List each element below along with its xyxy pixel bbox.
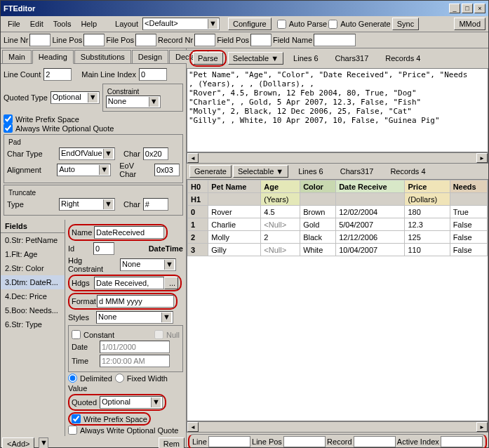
- configure-button[interactable]: Configure: [228, 18, 272, 30]
- grid-hscroll[interactable]: ◄►: [187, 421, 488, 433]
- field-item-2[interactable]: 2.Str: Color: [1, 261, 65, 275]
- fieldname-field: [314, 34, 356, 46]
- info-row: Line Nr Line Pos File Pos Record Nr Fiel…: [1, 32, 488, 48]
- layout-combo[interactable]: <Default>▼: [142, 18, 220, 30]
- table-row: 2Molly2Black12/12/2006125False: [188, 231, 488, 244]
- heading-panel: Line Count Main Line Index Quoted Type O…: [1, 64, 186, 220]
- raw-text-area[interactable]: "Pet Name", "Age", "Color", "Date Receiv…: [187, 68, 488, 152]
- hdgconstraint-combo[interactable]: None▼: [120, 258, 176, 271]
- tab-heading[interactable]: Heading: [32, 50, 74, 64]
- always-write-optional-quote-check[interactable]: Always Write Optional Quote: [4, 124, 183, 133]
- styles-combo[interactable]: None▼: [96, 311, 173, 324]
- window-title: FTEditor: [4, 4, 35, 13]
- constant-check[interactable]: Constant: [72, 330, 114, 339]
- menubar: File Edit Tools Help Layout <Default>▼ C…: [1, 16, 488, 32]
- gen-selectable-button[interactable]: Selectable ▼: [233, 165, 288, 178]
- fields-header: Fields: [1, 220, 65, 233]
- format-input[interactable]: [97, 295, 174, 308]
- date-input: [100, 341, 170, 353]
- trunc-char-input[interactable]: [143, 198, 168, 211]
- status-record-label: Record: [327, 437, 351, 446]
- menu-file[interactable]: File: [4, 18, 25, 29]
- hdgs-input[interactable]: [94, 277, 164, 289]
- name-input[interactable]: [94, 226, 164, 239]
- remove-button[interactable]: Rem: [159, 437, 185, 448]
- char-input[interactable]: [143, 147, 168, 160]
- gen-chars: Chars317: [340, 167, 374, 176]
- field-item-0[interactable]: 0.Str: PetName: [1, 233, 65, 247]
- linenr-label: Line Nr: [4, 36, 28, 44]
- tab-substitutions[interactable]: Substitutions: [74, 50, 131, 63]
- parse-chars: Chars317: [335, 54, 369, 62]
- parse-selectable-button[interactable]: Selectable ▼: [228, 52, 283, 65]
- datatype-label: DateTime: [149, 244, 183, 253]
- field-item-3[interactable]: 3.Dtm: DateR...: [1, 275, 65, 289]
- menu-edit[interactable]: Edit: [26, 18, 48, 29]
- eovchar-input[interactable]: [154, 164, 180, 176]
- alignment-combo[interactable]: Auto▼: [57, 164, 111, 176]
- filepos-field: [135, 34, 156, 46]
- status-line: [208, 436, 250, 447]
- table-row: 0Rover4.5Brown12/02/2004180True: [188, 206, 488, 218]
- value-quoted-label: Quoted: [72, 398, 100, 407]
- fieldname-label: Field Name: [273, 36, 312, 44]
- mmod-button[interactable]: MMod: [454, 18, 485, 30]
- recordnr-label: Record Nr: [158, 36, 193, 44]
- eovchar-label: EoV Char: [119, 162, 152, 178]
- value-awoq-check[interactable]: Always Write Optional Quote: [68, 426, 183, 435]
- write-prefix-space-check[interactable]: Write Prefix Space: [4, 114, 183, 124]
- hdgs-browse-button[interactable]: ...: [164, 277, 178, 289]
- constraint-combo[interactable]: None▼: [106, 95, 161, 108]
- chartype-label: Char Type: [7, 150, 56, 158]
- tab-main[interactable]: Main: [2, 50, 32, 63]
- auto-generate-check[interactable]: Auto Generate: [328, 20, 391, 29]
- trunc-type-combo[interactable]: Right▼: [59, 198, 115, 211]
- time-input: [100, 355, 170, 367]
- generate-button[interactable]: Generate: [189, 165, 232, 178]
- name-label: Name: [72, 228, 94, 237]
- close-button[interactable]: ×: [474, 4, 485, 13]
- pad-legend: Pad: [7, 138, 22, 146]
- generate-toolbar: Generate Selectable ▼ Lines 6 Chars317 R…: [187, 164, 488, 179]
- maximize-button[interactable]: □: [462, 4, 473, 13]
- linecount-input[interactable]: [43, 68, 72, 81]
- gen-records: Records 4: [390, 167, 425, 176]
- parse-button[interactable]: Parse: [193, 52, 223, 65]
- linenr-field: [29, 34, 51, 46]
- field-item-6[interactable]: 6.Str: Type: [1, 317, 65, 331]
- id-input[interactable]: [93, 242, 114, 255]
- recordnr-field: [194, 34, 215, 46]
- menu-help[interactable]: Help: [76, 18, 101, 29]
- time-label: Time: [72, 357, 97, 365]
- field-detail: Name Id DateTime Hdg Constraint None▼ Hd…: [65, 220, 186, 436]
- value-wps-check[interactable]: Write Prefix Space: [72, 414, 147, 423]
- add-dropdown[interactable]: ▼: [39, 437, 48, 448]
- tab-design[interactable]: Design: [132, 50, 168, 63]
- value-quoted-combo[interactable]: Optional▼: [100, 396, 163, 409]
- fixedwidth-radio[interactable]: Fixed Width: [115, 374, 168, 383]
- fields-list: Fields 0.Str: PetName 1.Flt: Age 2.Str: …: [1, 220, 65, 436]
- chartype-combo[interactable]: EndOfValue▼: [59, 147, 115, 160]
- quotedtype-combo[interactable]: Optional▼: [51, 91, 100, 104]
- linepos-field: [83, 34, 105, 46]
- delimited-radio[interactable]: Delimited: [68, 374, 112, 383]
- mainlineidx-input[interactable]: [139, 68, 167, 81]
- menu-tools[interactable]: Tools: [49, 18, 76, 29]
- data-grid[interactable]: H0Pet NameAgeColorDate ReceivePriceNeeds…: [187, 179, 488, 421]
- raw-hscroll[interactable]: ◄►: [187, 152, 488, 164]
- status-linepos-label: Line Pos: [252, 437, 282, 446]
- sync-button[interactable]: Sync: [392, 18, 419, 30]
- add-button[interactable]: <Add>: [2, 437, 34, 448]
- status-linepos: [283, 436, 326, 447]
- status-active: [441, 436, 483, 447]
- field-item-5[interactable]: 5.Boo: Needs...: [1, 303, 65, 317]
- quotedtype-label: Quoted Type: [4, 93, 48, 102]
- filepos-label: File Pos: [106, 36, 134, 44]
- minimize-button[interactable]: _: [449, 4, 460, 13]
- auto-parse-check[interactable]: Auto Parse: [277, 20, 327, 29]
- status-active-label: Active Index: [397, 437, 439, 446]
- field-item-1[interactable]: 1.Flt: Age: [1, 247, 65, 261]
- gen-lines: Lines 6: [298, 167, 323, 176]
- truncate-legend: Truncate: [7, 189, 37, 197]
- field-item-4[interactable]: 4.Dec: Price: [1, 289, 65, 303]
